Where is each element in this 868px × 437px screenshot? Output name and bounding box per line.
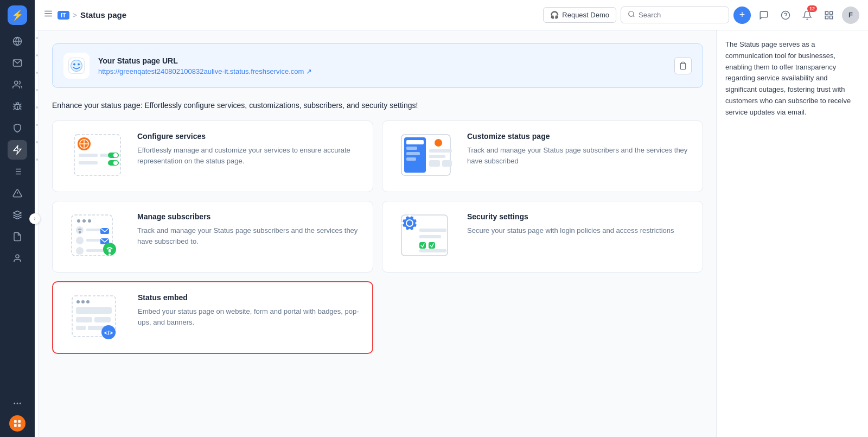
svg-point-80 bbox=[409, 215, 411, 218]
svg-rect-57 bbox=[429, 155, 445, 158]
svg-rect-88 bbox=[419, 229, 446, 232]
configure-services-illustration bbox=[63, 132, 129, 181]
main-content: Your Status page URL https://greenqatest… bbox=[39, 30, 716, 437]
nav-dot-3 bbox=[36, 72, 38, 74]
breadcrumb: IT > Status page bbox=[58, 10, 126, 20]
sidebar-item-alert[interactable] bbox=[8, 183, 27, 203]
manage-subscribers-desc: Track and manage your Status page subscr… bbox=[137, 225, 362, 246]
svg-rect-32 bbox=[830, 16, 833, 18]
svg-point-16 bbox=[17, 403, 18, 404]
nav-dot-5 bbox=[36, 106, 38, 109]
url-banner-link[interactable]: https://greenqatest240802100832aulive-it… bbox=[98, 67, 666, 75]
sidebar-item-shield[interactable] bbox=[8, 118, 27, 138]
svg-marker-13 bbox=[14, 211, 22, 216]
svg-point-94 bbox=[76, 300, 80, 303]
sidebar-logo[interactable]: ⚡ bbox=[8, 5, 27, 25]
svg-rect-100 bbox=[76, 326, 86, 330]
configure-services-card[interactable]: Configure services Effortlessly manage a… bbox=[52, 121, 373, 192]
svg-point-63 bbox=[88, 219, 91, 223]
sidebar-item-file[interactable] bbox=[8, 227, 27, 246]
svg-point-15 bbox=[14, 403, 15, 404]
nav-dot-8 bbox=[36, 159, 38, 161]
svg-rect-30 bbox=[830, 11, 833, 14]
security-settings-card[interactable]: Security settings Secure your status pag… bbox=[382, 201, 703, 273]
svg-point-34 bbox=[71, 60, 82, 72]
left-nav-dots bbox=[35, 30, 39, 437]
sidebar-item-globe[interactable] bbox=[8, 31, 27, 51]
right-panel-description: The Status page serves as a communicatio… bbox=[725, 39, 859, 118]
svg-point-35 bbox=[73, 64, 75, 66]
status-embed-illustration: </> bbox=[64, 293, 129, 342]
sidebar-item-list[interactable] bbox=[8, 162, 27, 181]
it-badge[interactable]: IT bbox=[58, 11, 69, 20]
content-wrapper: Your Status page URL https://greenqatest… bbox=[35, 30, 868, 437]
customize-status-page-card[interactable]: Customize status page Track and manage y… bbox=[382, 121, 703, 192]
svg-rect-98 bbox=[76, 317, 92, 322]
svg-rect-75 bbox=[108, 249, 111, 252]
svg-point-17 bbox=[20, 403, 21, 404]
nav-dot-1 bbox=[36, 37, 38, 39]
sidebar-item-bug[interactable] bbox=[8, 97, 27, 116]
status-page-icon bbox=[63, 53, 90, 79]
sidebar-more-button[interactable] bbox=[8, 394, 27, 413]
svg-point-45 bbox=[113, 153, 118, 157]
svg-point-48 bbox=[113, 161, 118, 165]
svg-point-96 bbox=[86, 300, 90, 303]
right-panel: The Status page serves as a communicatio… bbox=[716, 30, 868, 437]
apps-icon-button[interactable] bbox=[820, 7, 838, 24]
svg-rect-99 bbox=[94, 317, 111, 322]
svg-point-61 bbox=[77, 219, 80, 223]
configure-services-title: Configure services bbox=[137, 132, 362, 141]
nav-dot-7 bbox=[36, 141, 38, 143]
status-embed-title: Status embed bbox=[138, 293, 361, 302]
nav-dot-2 bbox=[36, 54, 38, 56]
svg-rect-46 bbox=[79, 161, 98, 164]
search-placeholder-text: Search bbox=[639, 11, 661, 19]
sidebar-item-layers[interactable] bbox=[8, 205, 27, 225]
security-settings-title: Security settings bbox=[467, 212, 692, 221]
svg-point-76 bbox=[108, 254, 111, 256]
sidebar-item-inbox[interactable] bbox=[8, 53, 27, 73]
sidebar-item-person[interactable] bbox=[8, 249, 27, 268]
svg-point-72 bbox=[76, 247, 84, 255]
enhance-text: Enhance your status page: Effortlessly c… bbox=[52, 101, 703, 110]
sidebar-expand-button[interactable]: › bbox=[29, 213, 40, 224]
svg-point-87 bbox=[413, 217, 416, 220]
notification-icon-button[interactable]: 12 bbox=[799, 7, 816, 24]
manage-subscribers-card[interactable]: Manage subscribers Track and manage your… bbox=[52, 201, 373, 273]
search-input[interactable]: Search bbox=[621, 7, 729, 23]
security-settings-illustration bbox=[393, 212, 458, 261]
add-button[interactable]: + bbox=[733, 7, 751, 24]
user-avatar[interactable]: F bbox=[842, 7, 859, 24]
request-demo-button[interactable]: 🎧 Request Demo bbox=[543, 7, 616, 23]
breadcrumb-separator: > bbox=[73, 11, 77, 20]
svg-rect-31 bbox=[825, 16, 828, 18]
manage-subscribers-content: Manage subscribers Track and manage your… bbox=[137, 212, 362, 246]
svg-point-83 bbox=[416, 222, 418, 225]
svg-line-26 bbox=[633, 16, 635, 17]
cards-grid: Configure services Effortlessly manage a… bbox=[52, 121, 703, 354]
topbar: IT > Status page 🎧 Request Demo Search +… bbox=[35, 0, 868, 30]
delete-url-button[interactable] bbox=[674, 57, 692, 74]
svg-rect-97 bbox=[76, 307, 112, 314]
svg-point-55 bbox=[435, 139, 442, 147]
sidebar-item-lightning[interactable] bbox=[8, 140, 27, 160]
hamburger-menu-icon[interactable] bbox=[43, 9, 53, 21]
notification-badge: 12 bbox=[807, 5, 817, 12]
url-text[interactable]: https://greenqatest240802100832aulive-it… bbox=[98, 67, 304, 75]
svg-rect-52 bbox=[406, 147, 417, 150]
status-embed-card[interactable]: </> Status embed Embed your status page … bbox=[52, 281, 373, 354]
svg-rect-21 bbox=[18, 424, 21, 427]
lightning-logo-icon: ⚡ bbox=[11, 9, 23, 21]
sidebar-item-users[interactable] bbox=[8, 75, 27, 94]
help-icon-button[interactable] bbox=[777, 7, 794, 24]
svg-point-82 bbox=[401, 222, 404, 225]
svg-point-95 bbox=[81, 300, 85, 303]
svg-marker-4 bbox=[14, 146, 21, 154]
headset-icon: 🎧 bbox=[550, 11, 559, 19]
external-link-icon: ↗ bbox=[306, 67, 312, 75]
svg-point-81 bbox=[409, 229, 411, 232]
chat-icon-button[interactable] bbox=[755, 7, 773, 24]
manage-subscribers-illustration bbox=[63, 212, 129, 261]
sidebar-app-grid[interactable] bbox=[9, 415, 25, 432]
